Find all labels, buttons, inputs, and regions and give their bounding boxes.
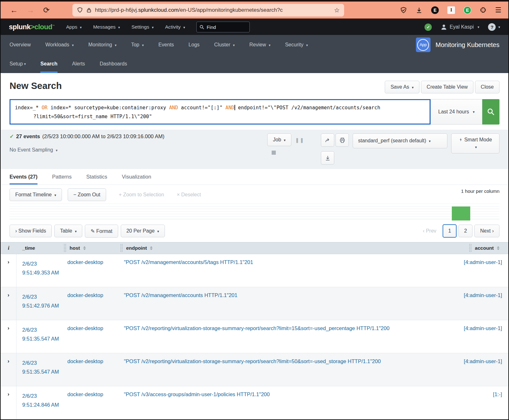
expand-row-chevron-icon[interactable]: › bbox=[1, 320, 17, 353]
per-page-button[interactable]: 20 Per Page ▾ bbox=[121, 225, 165, 237]
appnav-item-cluster[interactable]: Cluster ▾ bbox=[214, 42, 235, 48]
sort-icon[interactable] bbox=[83, 246, 86, 250]
cell-time[interactable]: 2/6/23 9:51:35.547 AM bbox=[17, 353, 64, 386]
table-view-button[interactable]: Table ▾ bbox=[54, 225, 82, 237]
subnav-item-alerts[interactable]: Alerts bbox=[72, 55, 85, 73]
zoom-out-button[interactable]: − Zoom Out bbox=[68, 188, 106, 201]
forward-icon[interactable]: → bbox=[27, 6, 34, 15]
deselect-button[interactable]: × Deselect bbox=[177, 192, 201, 198]
topnav-item-activity[interactable]: Activity ▾ bbox=[165, 24, 185, 30]
shield-icon[interactable] bbox=[77, 7, 83, 13]
cell-endpoint[interactable]: "POST /v2/management/accounts HTTP/1.1"2… bbox=[120, 287, 455, 320]
cell-account[interactable]: [4:admin-user-1] bbox=[455, 353, 508, 386]
column-header-info[interactable]: i bbox=[1, 245, 17, 251]
smart-mode-button[interactable]: Smart Mode▾ bbox=[451, 133, 499, 153]
subnav-item-dashboards[interactable]: Dashboards bbox=[100, 55, 127, 73]
reload-icon[interactable]: ⟳ bbox=[43, 6, 50, 15]
prev-page-button[interactable]: ‹ Prev bbox=[423, 228, 437, 234]
pause-icon[interactable]: ❚❚ bbox=[295, 137, 304, 143]
user-menu[interactable]: Eyal Kaspi ▾ bbox=[441, 24, 479, 30]
appnav-item-review[interactable]: Review ▾ bbox=[249, 42, 270, 48]
cell-account[interactable]: [1:-] bbox=[455, 386, 508, 419]
cell-host[interactable]: docker-desktop bbox=[64, 386, 120, 419]
column-header-endpoint[interactable]: endpoint bbox=[120, 244, 455, 253]
format-button[interactable]: ✎ Format bbox=[85, 225, 118, 238]
cell-endpoint[interactable]: "POST /v2/management/accounts/5/tags HTT… bbox=[120, 254, 455, 287]
share-button[interactable] bbox=[321, 133, 334, 147]
page-1-button[interactable]: 1 bbox=[443, 224, 457, 238]
time-range-picker[interactable]: Last 24 hours▾ bbox=[431, 99, 482, 125]
next-page-button[interactable]: Next › bbox=[474, 225, 499, 237]
cell-time[interactable]: 2/6/23 9:51:35.547 AM bbox=[17, 320, 64, 353]
expand-row-chevron-icon[interactable]: › bbox=[1, 386, 17, 419]
splunk-cloud-logo[interactable]: splunk>cloud™ bbox=[9, 23, 55, 31]
extension-e-green-icon[interactable]: E bbox=[464, 6, 471, 14]
close-button[interactable]: Close bbox=[475, 81, 499, 93]
export-button[interactable] bbox=[321, 151, 334, 165]
tab-statistics[interactable]: Statistics bbox=[86, 169, 107, 185]
appnav-item-security[interactable]: Security ▾ bbox=[285, 42, 308, 48]
appnav-item-monitoring[interactable]: Monitoring ▾ bbox=[88, 42, 117, 48]
cell-time[interactable]: 2/6/23 9:51:49.353 AM bbox=[17, 254, 64, 287]
extension-i-icon[interactable]: I bbox=[447, 6, 455, 14]
zoom-to-selection-button[interactable]: + Zoom to Selection bbox=[119, 192, 164, 198]
search-mode-perf-button[interactable]: standard_perf (search default) ▾ bbox=[353, 133, 447, 148]
extensions-puzzle-icon[interactable] bbox=[480, 7, 486, 13]
search-query-input[interactable]: index=_* OR index=* sourcetype=kube:cont… bbox=[10, 99, 431, 125]
column-drag-handle[interactable] bbox=[64, 244, 66, 253]
cell-account[interactable]: [4:admin-user-1] bbox=[455, 320, 508, 353]
cell-host[interactable]: docker-desktop bbox=[64, 254, 120, 287]
cell-host[interactable]: docker-desktop bbox=[64, 353, 120, 386]
cell-account[interactable]: [4:admin-user-1] bbox=[455, 254, 508, 287]
column-header-account[interactable]: account bbox=[455, 244, 508, 253]
timeline-bar[interactable] bbox=[452, 207, 470, 220]
tab-patterns[interactable]: Patterns bbox=[52, 169, 71, 185]
find-box[interactable] bbox=[196, 22, 250, 32]
subnav-item-setup[interactable]: Setup ▾ bbox=[10, 55, 26, 73]
topnav-item-messages[interactable]: Messages ▾ bbox=[93, 24, 120, 30]
tab-visualization[interactable]: Visualization bbox=[122, 169, 151, 185]
show-fields-button[interactable]: › Show Fields bbox=[10, 225, 52, 237]
job-menu-button[interactable]: Job ▾ bbox=[267, 133, 291, 146]
status-check-icon[interactable]: ✓ bbox=[424, 24, 432, 31]
cell-endpoint[interactable]: "POST /v3/access-groups/admin-user-1/pol… bbox=[120, 386, 455, 419]
download-icon[interactable] bbox=[416, 7, 423, 14]
sort-icon[interactable] bbox=[497, 246, 499, 250]
appnav-item-overview[interactable]: Overview bbox=[10, 42, 31, 48]
topnav-item-apps[interactable]: Apps ▾ bbox=[66, 24, 82, 30]
appnav-item-workloads[interactable]: Workloads ▾ bbox=[45, 42, 74, 48]
cell-time[interactable]: 2/6/23 9:51:24.846 AM bbox=[17, 386, 64, 419]
find-input[interactable] bbox=[207, 24, 241, 30]
cell-account[interactable]: [4:admin-user-1] bbox=[455, 287, 508, 320]
save-as-button[interactable]: Save As ▾ bbox=[385, 81, 419, 93]
column-header-time[interactable]: _time bbox=[17, 245, 64, 251]
expand-row-chevron-icon[interactable]: › bbox=[1, 287, 17, 320]
appnav-item-top[interactable]: Top ▾ bbox=[131, 42, 144, 48]
subnav-item-search[interactable]: Search bbox=[40, 55, 57, 73]
stop-icon[interactable] bbox=[272, 151, 276, 155]
events-timeline-chart[interactable] bbox=[10, 204, 499, 220]
topnav-item-settings[interactable]: Settings ▾ bbox=[132, 24, 154, 30]
shield-check-icon[interactable] bbox=[400, 7, 407, 14]
event-sampling-menu[interactable]: No Event Sampling ▾ bbox=[10, 147, 164, 153]
cell-time[interactable]: 2/6/23 9:51:42.976 AM bbox=[17, 287, 64, 320]
url-bar[interactable]: https://prd-p-h6jvj.splunkcloud.com/en-U… bbox=[72, 4, 344, 17]
url-text[interactable]: https://prd-p-h6jvj.splunkcloud.com/en-U… bbox=[95, 7, 331, 13]
extension-e-dark-icon[interactable]: E bbox=[431, 6, 439, 14]
expand-row-chevron-icon[interactable]: › bbox=[1, 254, 17, 287]
cell-endpoint[interactable]: "POST /v2/reporting/virtualization-stora… bbox=[120, 353, 455, 386]
page-2-button[interactable]: 2 bbox=[458, 225, 472, 237]
cell-host[interactable]: docker-desktop bbox=[64, 287, 120, 320]
bookmark-star-icon[interactable]: ☆ bbox=[334, 6, 340, 14]
column-drag-handle[interactable] bbox=[120, 244, 123, 253]
column-drag-handle[interactable] bbox=[469, 244, 472, 253]
expand-row-chevron-icon[interactable]: › bbox=[1, 353, 17, 386]
sort-icon[interactable] bbox=[150, 246, 153, 250]
cell-endpoint[interactable]: "POST /v2/reporting/virtualization-stora… bbox=[120, 320, 455, 353]
help-menu[interactable]: ? ▾ bbox=[488, 23, 500, 31]
appnav-item-logs[interactable]: Logs bbox=[188, 42, 200, 48]
column-header-host[interactable]: host bbox=[64, 244, 120, 253]
appnav-item-events[interactable]: Events bbox=[158, 42, 174, 48]
format-timeline-button[interactable]: Format Timeline ▾ bbox=[10, 188, 62, 201]
back-icon[interactable]: ← bbox=[10, 6, 18, 15]
